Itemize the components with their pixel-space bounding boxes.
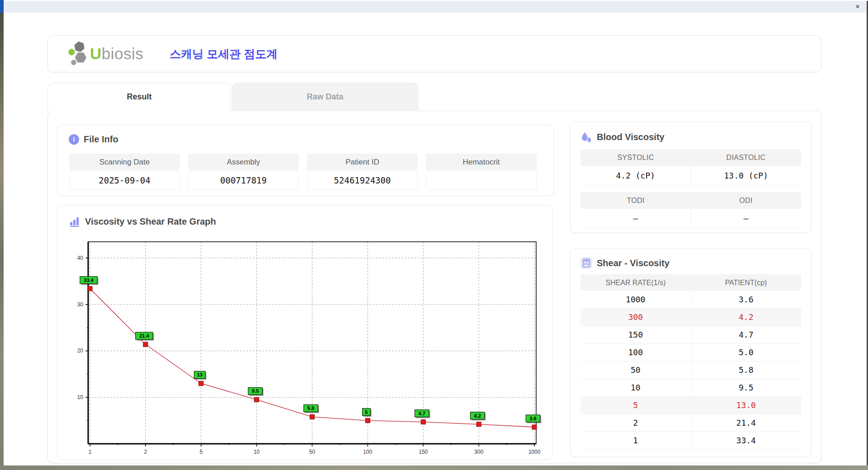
file-info-fields: Scanning Date2025-09-04Assembly000717819…: [58, 154, 553, 194]
y-tick-label: 40: [77, 255, 84, 261]
shear-rate-cell: 100: [580, 344, 691, 361]
patient-cell: 33.4: [691, 432, 802, 449]
file-info-card: i File Info Scanning Date2025-09-04Assem…: [57, 125, 554, 196]
table-row: 513.0: [580, 397, 801, 414]
data-point-marker: [310, 414, 315, 419]
data-point-marker: [255, 397, 259, 402]
field-label: Hematocrit: [426, 154, 537, 170]
brand-u: U: [90, 45, 102, 62]
x-tick-label: 2: [144, 449, 147, 455]
data-point-marker: [88, 287, 92, 291]
field-value: [426, 171, 537, 190]
field-label: Scanning Date: [69, 154, 180, 170]
result-panel: i File Info Scanning Date2025-09-04Assem…: [47, 111, 821, 463]
tab-raw-data[interactable]: Raw Data: [232, 83, 418, 111]
table-row: 133.4: [580, 432, 801, 450]
x-tick-label: 150: [419, 449, 428, 455]
x-tick-label: 5: [199, 449, 203, 455]
bv-header-cell: ODI: [691, 192, 801, 209]
patient-cell: 5.0: [691, 344, 802, 361]
file-info-field: Assembly000717819: [188, 154, 299, 190]
field-value: 000717819: [188, 171, 299, 190]
calculator-grid-icon: [580, 257, 592, 269]
field-value: 52461924300: [307, 171, 418, 190]
shear-viscosity-card: Shear - Viscosity SHEAR RATE(1/s)PATIENT…: [570, 249, 811, 457]
table-row: 221.4: [580, 414, 801, 432]
bv-header-cell: DIASTOLIC: [691, 149, 801, 166]
table-row: 505.8: [580, 362, 801, 379]
desktop-background-bottom: [0, 465, 868, 470]
data-label-text: 5.8: [307, 405, 314, 411]
bv-value-cell: 4.2 (cP): [580, 166, 691, 185]
graph-title: Viscosity vs Shear Rate Graph: [85, 216, 216, 227]
data-label-text: 3.6: [529, 416, 536, 421]
patient-cell: 21.4: [691, 414, 802, 432]
bv-value-row: 4.2 (cP)13.0 (cP): [580, 166, 801, 186]
bv-header-cell: TODI: [580, 192, 691, 209]
data-label-text: 9.5: [252, 388, 259, 394]
bv-value-cell: –: [580, 209, 691, 228]
bv-header-row: TODIODI: [580, 192, 801, 209]
header-card: Ubiosis 스캐닝 모세관 점도계: [47, 35, 821, 72]
window-titlebar: ×: [4, 1, 868, 13]
bv-header-row: SYSTOLICDIASTOLIC: [580, 149, 801, 166]
patient-cell: 4.2: [691, 309, 802, 326]
table-row: 109.5: [580, 379, 801, 397]
sv-column-header: SHEAR RATE(1/s): [580, 274, 691, 291]
hexagon-logo-icon: [68, 41, 87, 67]
shear-rate-cell: 1000: [580, 291, 691, 308]
x-tick-label: 10: [254, 449, 260, 455]
ubiosis-logo: Ubiosis: [68, 41, 143, 67]
shear-rate-cell: 1: [580, 432, 691, 449]
table-row: 3004.2: [580, 309, 801, 326]
window-close-button[interactable]: ×: [853, 2, 863, 11]
x-tick-label: 1000: [528, 449, 541, 455]
field-label: Patient ID: [307, 154, 418, 170]
shear-table-header: SHEAR RATE(1/s)PATIENT(cp): [580, 274, 801, 291]
viscosity-chart: 102030401251050100150300100033.421.4139.…: [65, 237, 544, 463]
bv-value-cell: –: [691, 209, 802, 228]
x-tick-label: 100: [363, 449, 372, 455]
bv-value-row: ––: [580, 209, 801, 229]
data-label-text: 21.4: [139, 333, 149, 338]
shear-rate-cell: 5: [580, 397, 691, 414]
table-row: 10003.6: [580, 291, 801, 309]
bv-header-cell: SYSTOLIC: [580, 149, 691, 166]
data-label-text: 4.7: [419, 411, 425, 416]
patient-cell: 9.5: [691, 379, 802, 396]
x-tick-label: 300: [474, 449, 483, 455]
file-info-field: Hematocrit: [426, 154, 537, 190]
table-row: 1005.0: [580, 344, 801, 362]
droplets-icon: [580, 131, 592, 143]
blood-viscosity-table: SYSTOLICDIASTOLIC4.2 (cP)13.0 (cP)TODIOD…: [580, 149, 801, 229]
file-info-field: Patient ID52461924300: [307, 154, 418, 190]
data-label-text: 5: [365, 409, 368, 415]
patient-cell: 5.8: [691, 362, 802, 379]
blood-viscosity-card: Blood Viscosity SYSTOLICDIASTOLIC4.2 (cP…: [570, 122, 811, 233]
shear-rate-cell: 50: [580, 362, 691, 379]
desktop-background-left: [0, 0, 4, 470]
app-window: × Ubiosis 스캐닝 모세관 점도계 Result Raw Data i …: [4, 0, 868, 465]
shear-table-body: 10003.63004.21504.71005.0505.8109.5513.0…: [580, 291, 801, 450]
data-point-marker: [199, 381, 203, 385]
field-label: Assembly: [188, 154, 299, 170]
desktop-accent-strip: [0, 0, 3, 13]
shear-viscosity-title: Shear - Viscosity: [597, 258, 670, 268]
shear-rate-cell: 300: [580, 309, 691, 326]
data-label-text: 4.2: [474, 413, 481, 418]
data-point-marker: [365, 418, 370, 423]
sv-column-header: PATIENT(cp): [691, 274, 801, 291]
graph-card: Viscosity vs Shear Rate Graph 1020304012…: [57, 205, 552, 460]
file-info-field: Scanning Date2025-09-04: [69, 154, 180, 190]
data-point-marker: [532, 425, 537, 429]
data-point-marker: [421, 420, 425, 424]
x-tick-label: 50: [309, 449, 316, 455]
blood-viscosity-title: Blood Viscosity: [597, 132, 665, 142]
y-tick-label: 20: [77, 348, 84, 354]
data-label-text: 13: [197, 372, 203, 377]
tab-result[interactable]: Result: [47, 83, 231, 111]
patient-cell: 4.7: [691, 326, 802, 343]
bar-chart-icon: [69, 216, 80, 227]
bv-value-cell: 13.0 (cP): [691, 166, 802, 185]
app-title: 스캐닝 모세관 점도계: [170, 47, 278, 61]
